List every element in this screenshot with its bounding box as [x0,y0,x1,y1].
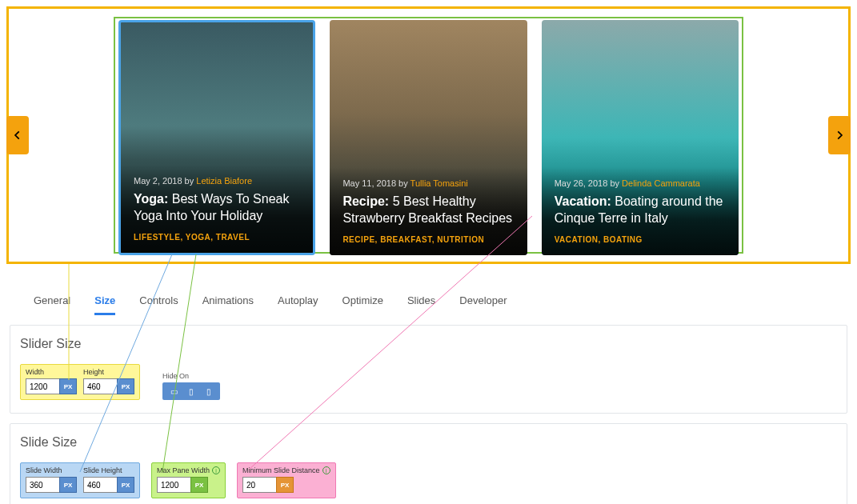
max-pane-width-label: Max Pane Width i [157,466,220,474]
card-date: May 26, 2018 [555,178,608,188]
card-date: May 11, 2018 [342,178,396,188]
tab-animations[interactable]: Animations [202,294,254,315]
tab-developer[interactable]: Developer [459,294,507,315]
chevron-right-icon [834,130,845,141]
card-by: by [610,178,619,188]
width-input[interactable] [26,378,59,394]
device-tablet-icon[interactable]: ▯ [184,385,198,398]
card-overlay: May 26, 2018 by Delinda Cammarata Vacati… [542,167,739,255]
panel-heading: Slide Size [20,435,837,450]
card-categories[interactable]: VACATION, BOATING [555,235,726,244]
card-title-bold: Recipe: [342,194,389,208]
settings-tabs: General Size Controls Animations Autopla… [0,264,857,315]
card-overlay: May 11, 2018 by Tullia Tomasini Recipe: … [330,167,527,255]
width-label: Width [26,368,77,376]
panel-heading: Slider Size [20,337,837,351]
device-mobile-icon[interactable]: ▯ [202,385,216,398]
slide-height-input[interactable] [83,477,117,493]
card-overlay: May 2, 2018 by Letizia Biafore Yoga: Bes… [121,165,313,253]
tab-slides[interactable]: Slides [407,294,435,315]
card-meta: May 11, 2018 by Tullia Tomasini [342,178,514,188]
carousel-card[interactable]: May 26, 2018 by Delinda Cammarata Vacati… [542,20,739,255]
tab-autoplay[interactable]: Autoplay [278,294,318,315]
carousel-pane: May 2, 2018 by Letizia Biafore Yoga: Bes… [114,17,743,254]
card-categories[interactable]: RECIPE, BREAKFAST, NUTRITION [342,235,514,244]
carousel-card[interactable]: May 2, 2018 by Letizia Biafore Yoga: Bes… [118,20,315,255]
height-label: Height [83,368,134,376]
card-title: Yoga: Best Ways To Sneak Yoga Into Your … [134,190,300,225]
unit-px[interactable]: PX [59,378,77,394]
card-title: Recipe: 5 Best Healthy Strawberry Breakf… [342,193,514,227]
tab-size[interactable]: Size [94,294,115,315]
tab-general[interactable]: General [34,294,70,315]
carousel-card[interactable]: May 11, 2018 by Tullia Tomasini Recipe: … [330,20,527,255]
unit-px[interactable]: PX [276,477,294,493]
height-input[interactable] [83,378,117,394]
min-slide-distance-input[interactable] [242,477,276,493]
slider-size-group: Width PX Height PX [20,364,140,400]
card-categories[interactable]: LIFESTYLE, YOGA, TRAVEL [134,233,300,242]
min-slide-distance-label: Minimum Slide Distance i [242,466,330,474]
card-title: Vacation: Boating around the Cinque Terr… [555,193,726,227]
max-pane-width-text: Max Pane Width [157,466,210,474]
max-pane-width-group: Max Pane Width i PX [151,462,226,498]
min-slide-distance-text: Minimum Slide Distance [242,466,320,474]
card-title-bold: Yoga: [134,192,168,206]
hide-on-devices: ▭ ▯ ▯ [162,382,220,400]
info-icon[interactable]: i [212,466,220,474]
max-pane-width-input[interactable] [157,477,190,493]
card-author[interactable]: Tullia Tomasini [410,178,468,188]
card-by: by [398,178,408,188]
panel-slider-size: Slider Size Width PX Height PX Hide On [10,325,847,414]
slide-width-label: Slide Width [26,466,77,474]
chevron-left-icon [12,130,23,141]
card-author[interactable]: Delinda Cammarata [622,178,700,188]
unit-px[interactable]: PX [59,477,77,493]
unit-px[interactable]: PX [117,378,134,394]
slide-width-input[interactable] [26,477,59,493]
unit-px[interactable]: PX [190,477,208,493]
tab-optimize[interactable]: Optimize [342,294,383,315]
device-desktop-icon[interactable]: ▭ [166,385,181,398]
hide-on-label: Hide On [162,372,220,380]
card-author[interactable]: Letizia Biafore [196,176,252,186]
slide-height-label: Slide Height [83,466,134,474]
card-title-bold: Vacation: [555,194,611,208]
hide-on-group: Hide On ▭ ▯ ▯ [162,372,220,400]
slide-size-group: Slide Width PX Slide Height PX [20,462,140,498]
card-date: May 2, 2018 [134,176,182,186]
info-icon[interactable]: i [322,466,330,474]
carousel-prev-button[interactable] [6,116,29,154]
card-meta: May 26, 2018 by Delinda Cammarata [555,178,726,188]
min-slide-distance-group: Minimum Slide Distance i PX [237,462,336,498]
unit-px[interactable]: PX [117,477,134,493]
panel-slide-size: Slide Size Slide Width PX Slide Height P… [10,423,847,504]
carousel-next-button[interactable] [828,116,851,154]
tab-controls[interactable]: Controls [139,294,178,315]
card-meta: May 2, 2018 by Letizia Biafore [134,176,300,186]
carousel-outer: May 2, 2018 by Letizia Biafore Yoga: Bes… [6,6,851,264]
card-by: by [185,176,194,186]
